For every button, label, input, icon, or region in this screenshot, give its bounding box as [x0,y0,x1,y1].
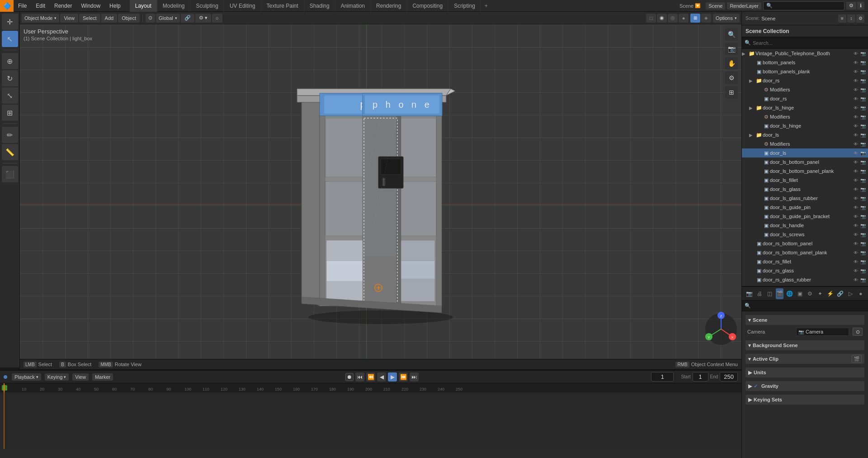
visibility-icon[interactable]: 👁 [853,187,859,192]
prop-constraints-tab[interactable]: 🔗 [837,288,844,299]
step-back-btn[interactable]: ⏪ [366,372,375,382]
render-icon[interactable]: 📷 [860,241,866,246]
filter-button[interactable]: ≡ [838,14,846,23]
tree-item[interactable]: ▣ door_ls_guide_pin_bracket 👁 📷 [742,212,868,221]
xray-toggle[interactable]: ◈ [701,14,711,23]
prop-particles-tab[interactable]: ✦ [816,288,824,299]
gravity-header[interactable]: ▶ ✓ Gravity [745,381,864,391]
outliner-tree[interactable]: ▶ 📁 Vintage_Public_Telephone_Booth 👁 📷 ▣… [742,49,868,286]
tree-item[interactable]: ▣ bottom_panels_plank 👁 📷 [742,67,868,76]
render-icon[interactable]: 📷 [860,223,866,228]
move-tool[interactable]: ⊕ [2,53,18,69]
transform-pivot[interactable]: ⊙ [146,14,155,23]
tree-item[interactable]: ▣ door_ls_bottom_panel 👁 📷 [742,157,868,167]
tree-item[interactable]: ▣ door_rs 👁 📷 [742,94,868,103]
render-icon[interactable]: 📷 [860,60,866,65]
toggle-properties[interactable]: ⚙ [846,2,856,10]
frame-start-display[interactable]: 1 [693,372,708,382]
mode-selector[interactable]: Object Mode ▾ [22,14,59,23]
menu-window[interactable]: Window [76,0,105,12]
proportional-toggle[interactable]: ○ [212,14,222,23]
record-btn[interactable]: ⏺ [345,373,354,381]
visibility-icon[interactable]: 👁 [853,241,859,246]
marker-menu[interactable]: Marker [92,373,113,381]
visibility-icon[interactable]: 👁 [853,151,859,156]
render-icon[interactable]: 📷 [860,96,866,101]
object-menu[interactable]: Object [118,14,140,23]
render-icon[interactable]: 📷 [860,78,866,83]
render-icon[interactable]: 📷 [860,250,866,255]
navigation-gizmo[interactable]: Z X Y [703,311,735,343]
tree-item[interactable]: ▣ door_rs_bottom_panel_plank 👁 📷 [742,248,868,257]
prop-physics-tab[interactable]: ⚡ [826,288,834,299]
render-icon[interactable]: 📷 [860,133,866,138]
visibility-icon[interactable]: 👁 [853,169,859,174]
visibility-icon[interactable]: 👁 [853,114,859,119]
jump-end-btn[interactable]: ⏭ [410,372,419,382]
prop-data-tab[interactable]: ▷ [847,288,854,299]
annotate-tool[interactable]: ✏ [2,127,18,143]
snap-toggle[interactable]: 🔗 [181,14,194,23]
render-icon[interactable]: 📷 [860,214,866,219]
tree-item[interactable]: ▣ bottom_panels 👁 📷 [742,58,868,67]
camera-picker-btn[interactable]: ⊙ [853,328,863,336]
visibility-icon[interactable]: 👁 [853,250,859,255]
timeline-tracks[interactable] [0,392,741,449]
lookdev-mode[interactable]: ◎ [668,14,678,23]
tree-item[interactable]: ▣ door_rs_fillet 👁 📷 [742,257,868,266]
tree-item[interactable]: ▣ door_ls_hinge 👁 📷 [742,121,868,130]
sort-button[interactable]: ↕ [847,14,855,23]
tree-item[interactable]: ▶ 📁 door_rs 👁 📷 [742,76,868,85]
visibility-icon[interactable]: 👁 [853,160,859,165]
visibility-icon[interactable]: 👁 [853,105,859,110]
tree-item[interactable]: ▣ door_rs_bottom_panel 👁 📷 [742,239,868,248]
prop-object-tab[interactable]: ▣ [796,288,803,299]
render-icon[interactable]: 📷 [860,268,866,273]
hand-tool-btn[interactable]: ✋ [725,57,738,70]
tree-item[interactable]: ▣ door_ls_handle 👁 📷 [742,221,868,230]
tab-modeling[interactable]: Modeling [157,0,191,12]
tab-layout[interactable]: Layout [130,0,157,12]
visibility-icon[interactable]: 👁 [853,124,859,129]
gravity-checkbox[interactable]: ✓ [754,383,758,389]
tab-animation[interactable]: Animation [335,0,371,12]
jump-start-btn[interactable]: ⏮ [355,372,364,382]
tab-shading[interactable]: Shading [304,0,335,12]
tree-item[interactable]: ▣ door_ls 👁 📷 [742,148,868,157]
current-frame-display[interactable]: 1 [651,372,674,382]
cursor-tool[interactable]: ✛ [2,14,18,30]
prop-material-tab[interactable]: ● [857,288,864,299]
visibility-icon[interactable]: 👁 [853,277,859,282]
tree-item[interactable]: ⚙ Modifiers 👁 📷 [742,139,868,148]
scene-selector[interactable]: Scene [706,2,725,10]
properties-search-bar[interactable]: 🔍 [742,301,868,311]
keying-sets-header[interactable]: ▶ Keying Sets [745,395,864,405]
tab-sculpting[interactable]: Sculpting [191,0,224,12]
snap-settings[interactable]: ⚙ ▾ [195,14,211,23]
tree-item[interactable]: ⚙ Modifiers 👁 📷 [742,112,868,121]
render-icon[interactable]: 📷 [860,142,866,147]
render-icon[interactable]: 📷 [860,160,866,165]
play-reverse-btn[interactable]: ◀ [377,372,386,382]
visibility-icon[interactable]: 👁 [853,60,859,65]
tree-item[interactable]: ⚙ Modifiers 👁 📷 [742,85,868,94]
visibility-icon[interactable]: 👁 [853,214,859,219]
view-menu[interactable]: View [60,14,78,23]
rotate-tool[interactable]: ↻ [2,70,18,86]
visibility-icon[interactable]: 👁 [853,133,859,138]
visibility-icon[interactable]: 👁 [853,259,859,264]
render-icon[interactable]: 📷 [860,196,866,201]
search-bar[interactable]: 🔍 [763,1,844,10]
scene-section-header[interactable]: ▾ Scene [745,315,864,325]
render-icon[interactable]: 📷 [860,105,866,110]
tree-item[interactable]: ▶ 📁 Vintage_Public_Telephone_Booth 👁 📷 [742,49,868,58]
select-tool[interactable]: ↖ [2,31,18,47]
settings-btn[interactable]: ⚙ [725,72,738,84]
solid-mode[interactable]: ◉ [657,14,667,23]
visibility-icon[interactable]: 👁 [853,223,859,228]
render-icon[interactable]: 📷 [860,178,866,183]
visibility-icon[interactable]: 👁 [853,178,859,183]
prop-render-tab[interactable]: 📷 [745,288,753,299]
prop-world-tab[interactable]: 🌐 [786,288,793,299]
blender-logo[interactable]: 🔷 [0,0,14,12]
